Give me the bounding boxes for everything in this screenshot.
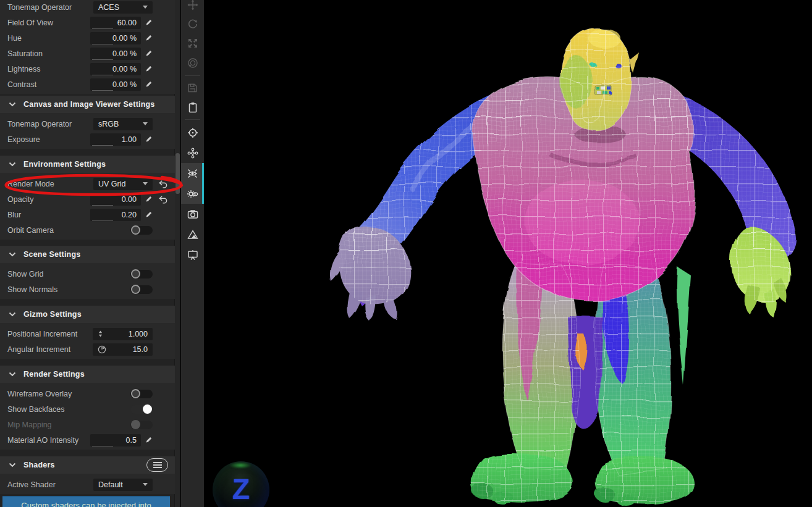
triangle-icon[interactable] [181,224,204,245]
setting-row: Contrast 0.00 % [0,77,175,92]
edit-pencil-icon[interactable] [145,195,153,203]
section-scene-settings: Scene Settings Show Grid Show Normals [0,246,175,299]
setting-label: Tonemap Operator [7,120,72,128]
section-header[interactable]: Gizmo Settings [0,306,175,323]
tonemap-operator-dropdown[interactable]: sRGB [93,118,153,130]
section-header[interactable]: Canvas and Image Viewer Settings [0,96,175,113]
show-normals-toggle[interactable] [130,285,153,294]
setting-row: Tonemap Operator sRGB [0,116,175,132]
wireframe-overlay-toggle[interactable] [130,390,153,398]
section-title: Scene Settings [23,250,80,259]
panel-scrollbar[interactable] [175,0,180,507]
section-header[interactable]: Render Settings [0,366,175,383]
toolbar-divider [185,119,200,120]
dial-icon [98,345,106,354]
edit-pencil-icon[interactable] [145,80,153,88]
edit-pencil-icon[interactable] [145,135,153,143]
setting-row: Orbit Camera [0,222,175,238]
setting-label: Show Backfaces [7,405,64,414]
field-of-view-input[interactable]: 60.00 [90,17,141,29]
setting-row: Blur 0.20 [0,207,175,222]
chevron-down-icon [143,483,148,486]
move-icon[interactable] [181,0,204,14]
saturation-input[interactable]: 0.00 % [90,48,141,60]
hue-input[interactable]: 0.00 % [90,32,141,44]
chevron-down-icon [9,312,16,317]
logo-letter: Z [213,472,269,506]
setting-row: Wireframe Overlay [0,386,175,401]
section-header[interactable]: Shaders [0,456,175,474]
setting-row: Show Backfaces [0,401,175,417]
settings-panel: Tonemap Operator ACES Field Of View 60.0… [0,0,175,507]
focus-crosshair-icon[interactable] [181,122,204,143]
show-grid-toggle[interactable] [130,270,153,279]
material-ao-intensity-input[interactable]: 0.5 [90,434,141,446]
setting-label: Hue [7,34,22,43]
setting-row: Tonemap Operator ACES [0,0,175,15]
section-render-settings: Render Settings Wireframe Overlay Show B… [0,366,175,450]
section-title: Environment Settings [23,160,106,169]
chevron-down-icon [9,372,16,377]
setting-label: Saturation [7,49,43,58]
shaders-menu-button[interactable] [146,458,168,472]
undo-icon[interactable] [158,180,168,188]
edit-pencil-icon[interactable] [145,19,153,27]
setting-label: Render Mode [7,180,54,188]
scrollbar-thumb[interactable] [176,153,180,194]
setting-row: Show Normals [0,282,175,297]
viewport-3d-model[interactable] [204,0,812,507]
lightness-input[interactable]: 0.00 % [90,63,141,75]
camera-icon[interactable] [181,204,204,224]
orbit-camera-toggle[interactable] [130,226,153,235]
chevron-down-icon [9,463,16,467]
setting-label: Opacity [7,195,33,204]
edit-pencil-icon[interactable] [145,211,153,219]
section-title: Render Settings [23,370,85,379]
exposure-input[interactable]: 1.00 [90,133,141,146]
app-window: Tonemap Operator ACES Field Of View 60.0… [0,0,812,507]
tonemap-operator-dropdown[interactable]: ACES [93,1,153,14]
orbit-rings-icon[interactable] [181,52,204,73]
positional-increment-input[interactable]: 1.000 [93,328,153,340]
pivot-dots-icon[interactable] [181,143,204,163]
clipboard-icon[interactable] [181,98,204,117]
section-header[interactable]: Environment Settings [0,156,175,173]
contrast-input[interactable]: 0.00 % [90,78,141,91]
angular-increment-input[interactable]: 15.0 [93,343,153,356]
edit-pencil-icon[interactable] [145,65,153,73]
setting-label: Show Grid [7,270,43,279]
show-backfaces-toggle[interactable] [130,405,153,414]
edit-pencil-icon[interactable] [145,436,153,444]
setting-row: Angular Increment 15.0 [0,341,175,357]
setting-label: Wireframe Overlay [7,390,72,398]
section-header[interactable]: Scene Settings [0,246,175,263]
scale-icon[interactable] [181,33,204,52]
undo-icon[interactable] [158,195,168,204]
render-mode-row: Render Mode UV Grid [0,176,175,191]
setting-row: Positional Increment 1.000 [0,326,175,341]
display-icon[interactable] [181,245,204,265]
save-icon[interactable] [181,78,204,98]
chevron-down-icon [143,182,148,185]
setting-label: Mip Mapping [7,421,52,429]
setting-row: Material AO Intensity 0.5 [0,432,175,448]
shader-info-banner: Custom shaders can be injected into [2,496,170,507]
rotate-icon[interactable] [181,14,204,33]
setting-row: Field Of View 60.00 [0,15,175,30]
edit-pencil-icon[interactable] [145,34,153,42]
gear-eye-icon[interactable] [181,183,204,204]
viewport-3d[interactable]: Z [204,0,812,507]
logo-glow [229,462,252,469]
active-shader-dropdown[interactable]: Default [93,479,153,491]
eye-hidden-icon[interactable] [181,163,204,183]
blur-input[interactable]: 0.20 [90,209,141,221]
chevron-down-icon [143,122,148,125]
opacity-input[interactable]: 0.00 [90,193,141,206]
section-shaders: Shaders Active Shader Default [0,456,175,494]
render-mode-dropdown[interactable]: UV Grid [93,178,153,190]
setting-row: Exposure 1.00 [0,132,175,147]
section-title: Gizmo Settings [23,310,82,319]
setting-row: Show Grid [0,266,175,282]
edit-pencil-icon[interactable] [145,49,153,57]
setting-label: Show Normals [7,285,57,294]
